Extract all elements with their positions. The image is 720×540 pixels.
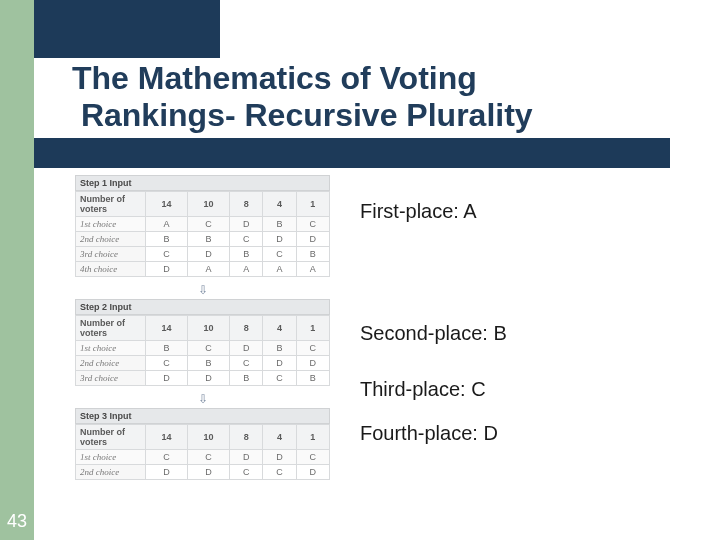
- step1-block: Step 1 Input Number of voters 14 10 8 4 …: [75, 175, 675, 277]
- num-voters-label: Number of voters: [76, 316, 146, 341]
- count-cell: 10: [188, 425, 230, 450]
- step3-table: Number of voters 14 10 8 4 1 1st choice …: [75, 424, 330, 480]
- vote-cell: D: [188, 371, 230, 386]
- slide-left-bar: [0, 0, 34, 540]
- vote-cell: B: [230, 247, 263, 262]
- arrow-row: ⇩: [75, 279, 330, 299]
- vote-cell: B: [230, 371, 263, 386]
- table-row: 2nd choice D D C C D: [76, 465, 330, 480]
- table-row: 4th choice D A A A A: [76, 262, 330, 277]
- arrow-down-icon: ⇩: [198, 283, 208, 297]
- vote-cell: C: [263, 247, 296, 262]
- vote-cell: D: [230, 217, 263, 232]
- vote-cell: B: [146, 341, 188, 356]
- title-line-2: Rankings- Recursive Plurality: [81, 97, 533, 133]
- vote-cell: C: [296, 450, 329, 465]
- result-second: Second-place: B: [360, 322, 507, 345]
- arrow-down-icon: ⇩: [198, 392, 208, 406]
- count-cell: 10: [188, 316, 230, 341]
- choice-label: 2nd choice: [76, 232, 146, 247]
- vote-cell: D: [263, 356, 296, 371]
- vote-cell: C: [188, 217, 230, 232]
- vote-cell: A: [188, 262, 230, 277]
- table-row: 3rd choice D D B C B: [76, 371, 330, 386]
- step2-table: Number of voters 14 10 8 4 1 1st choice …: [75, 315, 330, 386]
- count-cell: 14: [146, 192, 188, 217]
- vote-cell: D: [188, 247, 230, 262]
- result-fourth: Fourth-place: D: [360, 422, 498, 445]
- vote-cell: B: [146, 232, 188, 247]
- vote-cell: C: [146, 247, 188, 262]
- table-row: 3rd choice C D B C B: [76, 247, 330, 262]
- table-row: 1st choice A C D B C: [76, 217, 330, 232]
- vote-cell: C: [188, 450, 230, 465]
- num-voters-label: Number of voters: [76, 425, 146, 450]
- vote-cell: C: [146, 356, 188, 371]
- vote-cell: B: [296, 371, 329, 386]
- vote-cell: B: [188, 356, 230, 371]
- vote-cell: C: [230, 465, 263, 480]
- table-row: Number of voters 14 10 8 4 1: [76, 425, 330, 450]
- vote-cell: D: [188, 465, 230, 480]
- table-row: 1st choice C C D D C: [76, 450, 330, 465]
- result-first: First-place: A: [360, 200, 477, 223]
- vote-cell: D: [263, 232, 296, 247]
- count-cell: 8: [230, 316, 263, 341]
- choice-label: 1st choice: [76, 217, 146, 232]
- vote-cell: D: [146, 262, 188, 277]
- table-row: Number of voters 14 10 8 4 1: [76, 316, 330, 341]
- num-voters-label: Number of voters: [76, 192, 146, 217]
- vote-cell: D: [230, 341, 263, 356]
- vote-cell: C: [230, 232, 263, 247]
- choice-label: 1st choice: [76, 341, 146, 356]
- vote-cell: D: [296, 232, 329, 247]
- vote-cell: C: [263, 465, 296, 480]
- vote-cell: D: [146, 465, 188, 480]
- vote-cell: C: [146, 450, 188, 465]
- result-third: Third-place: C: [360, 378, 486, 401]
- vote-cell: A: [146, 217, 188, 232]
- title-underline: [34, 138, 670, 168]
- vote-cell: B: [188, 232, 230, 247]
- vote-cell: D: [296, 356, 329, 371]
- vote-cell: B: [263, 217, 296, 232]
- vote-cell: A: [296, 262, 329, 277]
- vote-cell: C: [296, 341, 329, 356]
- count-cell: 10: [188, 192, 230, 217]
- count-cell: 14: [146, 316, 188, 341]
- vote-cell: B: [296, 247, 329, 262]
- choice-label: 1st choice: [76, 450, 146, 465]
- vote-cell: C: [188, 341, 230, 356]
- slide-title: The Mathematics of Voting Rankings- Recu…: [72, 60, 672, 134]
- step1-caption: Step 1 Input: [75, 175, 330, 191]
- count-cell: 14: [146, 425, 188, 450]
- vote-cell: A: [230, 262, 263, 277]
- choice-label: 3rd choice: [76, 371, 146, 386]
- count-cell: 8: [230, 192, 263, 217]
- page-number: 43: [0, 511, 34, 540]
- count-cell: 8: [230, 425, 263, 450]
- title-line-1: The Mathematics of Voting: [72, 60, 477, 96]
- choice-label: 2nd choice: [76, 356, 146, 371]
- step3-caption: Step 3 Input: [75, 408, 330, 424]
- choice-label: 4th choice: [76, 262, 146, 277]
- table-row: Number of voters 14 10 8 4 1: [76, 192, 330, 217]
- choice-label: 3rd choice: [76, 247, 146, 262]
- count-cell: 4: [263, 316, 296, 341]
- table-row: 2nd choice C B C D D: [76, 356, 330, 371]
- count-cell: 1: [296, 192, 329, 217]
- vote-cell: B: [263, 341, 296, 356]
- vote-cell: C: [230, 356, 263, 371]
- step2-caption: Step 2 Input: [75, 299, 330, 315]
- vote-cell: D: [263, 450, 296, 465]
- vote-cell: C: [296, 217, 329, 232]
- table-row: 2nd choice B B C D D: [76, 232, 330, 247]
- table-row: 1st choice B C D B C: [76, 341, 330, 356]
- vote-cell: A: [263, 262, 296, 277]
- count-cell: 4: [263, 192, 296, 217]
- count-cell: 1: [296, 425, 329, 450]
- step1-table: Number of voters 14 10 8 4 1 1st choice …: [75, 191, 330, 277]
- choice-label: 2nd choice: [76, 465, 146, 480]
- vote-cell: D: [146, 371, 188, 386]
- count-cell: 1: [296, 316, 329, 341]
